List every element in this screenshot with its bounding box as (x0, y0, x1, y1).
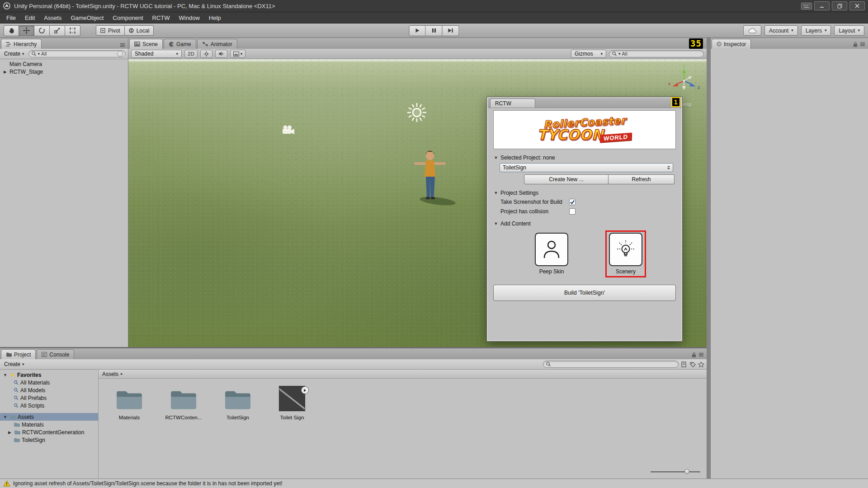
menu-file[interactable]: File (2, 13, 20, 23)
hierarchy-item-rctw-stage[interactable]: ▶ RCTW_Stage (0, 68, 128, 75)
menu-rctw[interactable]: RCTW (148, 13, 175, 23)
panel-menu-icon[interactable] (699, 353, 703, 357)
slider-thumb[interactable] (684, 469, 689, 474)
collision-checkbox[interactable] (569, 208, 576, 215)
hand-icon (8, 27, 15, 34)
minimize-button[interactable] (814, 1, 830, 10)
rctw-window-titlebar[interactable]: RCTW (488, 98, 681, 108)
2d-toggle-button[interactable]: 2D (184, 50, 198, 58)
menu-component[interactable]: Component (108, 13, 147, 23)
account-dropdown[interactable]: Account▾ (764, 25, 798, 36)
menu-assets[interactable]: Assets (39, 13, 66, 23)
peep-skin-button[interactable] (535, 233, 568, 266)
scene-lighting-toggle[interactable] (200, 50, 212, 58)
refresh-button[interactable]: Refresh (609, 174, 675, 184)
tree-folder-materials[interactable]: Materials (0, 421, 98, 428)
lock-icon[interactable] (853, 42, 858, 47)
search-by-label-icon-button[interactable] (689, 361, 696, 367)
shading-mode-dropdown[interactable]: Shaded▾ (131, 50, 182, 58)
tab-project[interactable]: Project (1, 349, 36, 359)
favorite-all-scripts[interactable]: All Scripts (0, 402, 98, 409)
tree-folder-toiletsign[interactable]: ToiletSign (0, 436, 98, 444)
menu-edit[interactable]: Edit (20, 13, 39, 23)
menu-window[interactable]: Window (175, 13, 204, 23)
layout-dropdown[interactable]: Layout▾ (834, 25, 864, 36)
hierarchy-item-main-camera[interactable]: Main Camera (0, 60, 128, 68)
scene-orientation-gizmo[interactable]: y x z (666, 63, 702, 99)
thumbnail-zoom-slider[interactable] (651, 469, 700, 474)
foldout-arrow-icon[interactable]: ▼ (493, 191, 499, 195)
search-clear-button[interactable] (117, 51, 123, 57)
scenery-button[interactable] (609, 233, 642, 266)
hierarchy-search-input[interactable]: ▾ All (28, 50, 126, 57)
gizmos-dropdown[interactable]: Gizmos▾ (571, 50, 606, 58)
pause-button[interactable] (426, 25, 443, 36)
directional-light-gizmo[interactable] (405, 101, 429, 124)
build-button[interactable]: Build 'ToiletSign' (493, 285, 676, 301)
local-toggle-button[interactable]: Local (125, 25, 154, 36)
rect-tool-button[interactable] (65, 25, 80, 36)
menu-help[interactable]: Help (204, 13, 226, 23)
favorite-all-materials[interactable]: All Materials (0, 379, 98, 386)
layers-dropdown[interactable]: Layers▾ (801, 25, 831, 36)
scale-tool-button[interactable] (50, 25, 65, 36)
tab-game[interactable]: Game (164, 39, 196, 49)
tab-hierarchy[interactable]: Hierarchy (1, 39, 42, 49)
asset-folder-materials[interactable]: Materials (109, 386, 149, 420)
asset-folder-rctwcontentgeneration[interactable]: RCTWConten... (164, 386, 203, 420)
create-new-button[interactable]: Create New ... (524, 174, 609, 184)
favorite-all-prefabs[interactable]: All Prefabs (0, 394, 98, 402)
expand-arrow-icon[interactable]: ▶ (3, 70, 8, 74)
tab-inspector[interactable]: Inspector (712, 39, 751, 49)
expand-arrow-icon[interactable]: ▶ (7, 430, 12, 435)
rotate-tool-button[interactable] (34, 25, 50, 36)
project-create-dropdown[interactable]: Create▾ (2, 361, 26, 368)
asset-preview-play-button[interactable] (301, 386, 309, 394)
hierarchy-create-dropdown[interactable]: Create▾ (2, 50, 26, 57)
foldout-arrow-icon[interactable]: ▼ (3, 415, 8, 419)
favorite-all-models[interactable]: All Models (0, 386, 98, 394)
search-by-type-icon-button[interactable] (681, 361, 687, 367)
scene-viewport[interactable]: y x z Persp 1 RCTW (128, 59, 707, 347)
tab-scene[interactable]: Scene (129, 39, 163, 49)
restore-button[interactable] (832, 1, 847, 10)
vertical-splitter[interactable] (707, 38, 710, 479)
character-model[interactable] (396, 145, 464, 211)
foldout-arrow-icon[interactable]: ▼ (493, 221, 499, 226)
panel-menu-icon[interactable] (860, 42, 865, 46)
scene-audio-toggle[interactable] (215, 50, 227, 58)
tab-console[interactable]: Console (37, 349, 74, 359)
add-content-foldout[interactable]: ▼ Add Content (493, 221, 676, 227)
tree-folder-rctwcontentgeneration[interactable]: ▶ RCTWContentGeneration (0, 428, 98, 436)
project-settings-foldout[interactable]: ▼ Project Settings (493, 190, 676, 196)
play-button[interactable] (409, 25, 426, 36)
asset-toilet-sign-model[interactable]: Toilet Sign (272, 386, 312, 420)
hand-tool-button[interactable] (4, 25, 19, 36)
close-button[interactable] (849, 1, 865, 10)
cloud-services-button[interactable] (743, 25, 761, 36)
menu-gameobject[interactable]: GameObject (66, 13, 108, 23)
assets-root-folder[interactable]: ▼ Assets (0, 413, 98, 421)
pivot-toggle-button[interactable]: Pivot (96, 25, 125, 36)
camera-gizmo[interactable] (281, 125, 295, 135)
tab-rctw[interactable]: RCTW (490, 99, 535, 108)
selected-project-foldout[interactable]: ▼ Selected Project: none (493, 155, 676, 161)
foldout-arrow-icon[interactable]: ▼ (493, 155, 499, 160)
favorites-section[interactable]: ▼ ★ Favorites (0, 371, 98, 379)
project-select-dropdown[interactable]: ToiletSign (500, 163, 673, 172)
lock-icon[interactable] (692, 352, 696, 357)
project-search-input[interactable] (543, 361, 679, 368)
move-tool-button[interactable] (19, 25, 34, 36)
breadcrumb[interactable]: Assets ▸ (99, 370, 707, 379)
scene-search-input[interactable]: ▾ All (609, 50, 704, 57)
status-bar[interactable]: Ignoring asset refresh of Assets/ToiletS… (0, 479, 868, 488)
touch-keyboard-icon[interactable] (801, 3, 812, 9)
save-search-star-button[interactable] (698, 361, 704, 367)
panel-menu-icon[interactable] (120, 43, 125, 47)
tab-animator[interactable]: Animator (197, 39, 237, 49)
asset-folder-toiletsign[interactable]: ToiletSign (218, 386, 258, 420)
step-button[interactable] (443, 25, 459, 36)
foldout-arrow-icon[interactable]: ▼ (3, 373, 8, 377)
scene-effects-dropdown[interactable]: ▾ (230, 50, 246, 58)
screenshot-checkbox[interactable] (569, 199, 576, 205)
